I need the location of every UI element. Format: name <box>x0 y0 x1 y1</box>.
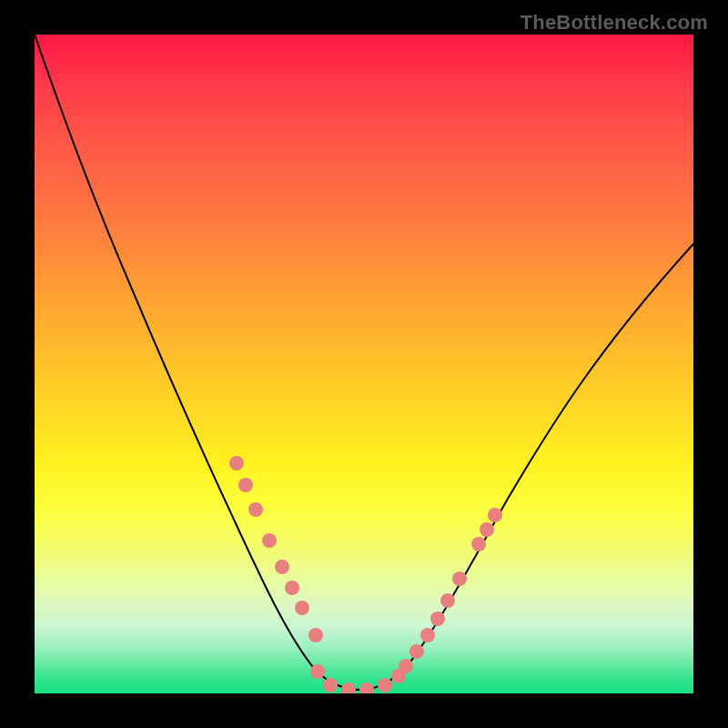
marker-dot <box>452 571 467 586</box>
marker-dot <box>285 581 299 595</box>
marker-dot <box>488 508 502 522</box>
marker-dot <box>359 682 374 693</box>
marker-dot <box>410 644 424 659</box>
marker-dot <box>248 502 263 517</box>
marker-dot <box>471 537 486 551</box>
marker-dot <box>310 664 325 679</box>
marker-dot <box>308 628 323 642</box>
bottleneck-curve <box>35 35 693 690</box>
chart-container: TheBottleneck.com <box>0 0 728 728</box>
curve-svg-layer <box>35 35 693 693</box>
marker-dot <box>275 560 289 574</box>
marker-dot <box>399 659 413 673</box>
marker-dot <box>440 593 455 608</box>
marker-dot <box>238 478 253 492</box>
marker-dot <box>430 612 445 626</box>
marker-dot <box>341 682 356 693</box>
marker-dot <box>323 678 338 693</box>
marker-dot <box>229 456 244 470</box>
watermark-text: TheBottleneck.com <box>521 11 708 35</box>
marker-dot <box>480 522 494 537</box>
marker-dot <box>295 601 309 615</box>
marker-dot <box>420 628 435 642</box>
marker-dot <box>262 533 277 548</box>
marker-dot <box>378 678 392 693</box>
